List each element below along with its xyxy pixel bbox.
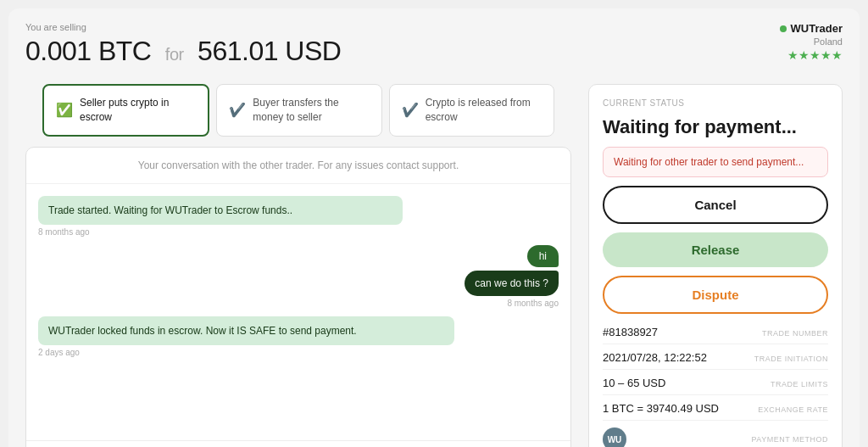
trade-number-label: TRADE NUMBER: [762, 329, 828, 338]
step-transfer-label: Buyer transfers the money to seller: [253, 96, 369, 125]
btc-amount: 0.001 BTC: [25, 36, 151, 66]
current-status-label: CURRENT STATUS: [603, 98, 828, 108]
list-item: WUTrader locked funds in escrow. Now it …: [38, 316, 559, 357]
trader-online-status: WUTrader: [780, 22, 843, 35]
status-title: Waiting for payment...: [603, 116, 828, 138]
step-release-label: Crypto is released from escrow: [426, 96, 542, 125]
check-circle-outline-icon: ✔️: [229, 102, 246, 118]
exchange-rate-row: 1 BTC = 39740.49 USD EXCHANGE RATE: [603, 402, 828, 421]
trade-number-row: #81838927 TRADE NUMBER: [603, 326, 828, 344]
trade-initiation-row: 2021/07/28, 12:22:52 TRADE INITIATION: [603, 351, 828, 370]
usd-price: 561.01 USD: [198, 36, 341, 66]
right-panel-inner: CURRENT STATUS Waiting for payment... Wa…: [588, 84, 843, 447]
step-escrow: ✅ Seller puts crypto in escrow: [42, 84, 209, 137]
trade-number-value: #81838927: [603, 326, 658, 338]
payment-avatar: WU: [603, 427, 626, 447]
app-container: You are selling 0.001 BTC for 561.01 USD…: [8, 8, 860, 447]
trader-country: Poland: [780, 36, 843, 47]
cancel-button[interactable]: Cancel: [603, 186, 828, 224]
main-content: ✅ Seller puts crypto in escrow ✔️ Buyer …: [8, 67, 860, 447]
selling-label: You are selling: [25, 22, 341, 32]
trade-amount: 0.001 BTC for 561.01 USD: [25, 36, 341, 67]
msg-time-2: 8 months ago: [507, 299, 559, 308]
system-message-1: Trade started. Waiting for WUTrader to E…: [38, 196, 403, 225]
chat-input-row[interactable]: [26, 440, 570, 447]
step-release: ✔️ Crypto is released from escrow: [389, 84, 554, 137]
outgoing-hi: hi: [527, 245, 559, 267]
steps-bar: ✅ Seller puts crypto in escrow ✔️ Buyer …: [25, 84, 571, 137]
msg-time-1: 8 months ago: [38, 227, 559, 237]
exchange-rate-value: 1 BTC = 39740.49 USD: [603, 402, 719, 415]
status-alert: Waiting for other trader to send payment…: [603, 147, 828, 177]
payment-method-row: WU PAYMENT METHOD: [603, 427, 828, 447]
for-text: for: [165, 45, 184, 64]
check-icon: ✔️: [402, 102, 419, 118]
system-message-2: WUTrader locked funds in escrow. Now it …: [38, 316, 454, 345]
trade-limits-label: TRADE LIMITS: [771, 380, 828, 388]
trade-details: #81838927 TRADE NUMBER 2021/07/28, 12:22…: [603, 326, 828, 447]
release-button[interactable]: Release: [603, 232, 828, 267]
trade-limits-value: 10 – 65 USD: [603, 377, 665, 389]
dispute-button[interactable]: Dispute: [603, 276, 828, 314]
right-panel: CURRENT STATUS Waiting for payment... Wa…: [588, 84, 843, 447]
trader-name: WUTrader: [791, 22, 843, 35]
payment-method-label: PAYMENT METHOD: [751, 435, 828, 444]
trader-info: WUTrader Poland ★★★★★: [780, 22, 843, 62]
trader-stars: ★★★★★: [780, 48, 843, 62]
trade-limits-row: 10 – 65 USD TRADE LIMITS: [603, 377, 828, 395]
outgoing-message: can we do this ?: [465, 271, 559, 296]
list-item: Trade started. Waiting for WUTrader to E…: [38, 196, 559, 237]
step-escrow-label: Seller puts crypto in escrow: [80, 96, 196, 125]
step-transfer: ✔️ Buyer transfers the money to seller: [216, 84, 381, 137]
chat-container: Your conversation with the other trader.…: [25, 147, 571, 447]
msg-time-3: 2 days ago: [38, 348, 559, 357]
left-panel: ✅ Seller puts crypto in escrow ✔️ Buyer …: [25, 84, 571, 447]
chat-messages: Trade started. Waiting for WUTrader to E…: [26, 184, 570, 441]
chat-notice: Your conversation with the other trader.…: [26, 148, 570, 184]
trade-initiation-label: TRADE INITIATION: [754, 355, 828, 363]
check-circle-icon: ✅: [56, 102, 73, 118]
exchange-rate-label: EXCHANGE RATE: [758, 405, 828, 414]
list-item: hi can we do this ? 8 months ago: [465, 245, 559, 308]
trade-header: You are selling 0.001 BTC for 561.01 USD…: [8, 8, 860, 67]
trade-info: You are selling 0.001 BTC for 561.01 USD: [25, 22, 341, 67]
trade-initiation-value: 2021/07/28, 12:22:52: [603, 351, 707, 364]
online-dot-icon: [780, 25, 787, 32]
